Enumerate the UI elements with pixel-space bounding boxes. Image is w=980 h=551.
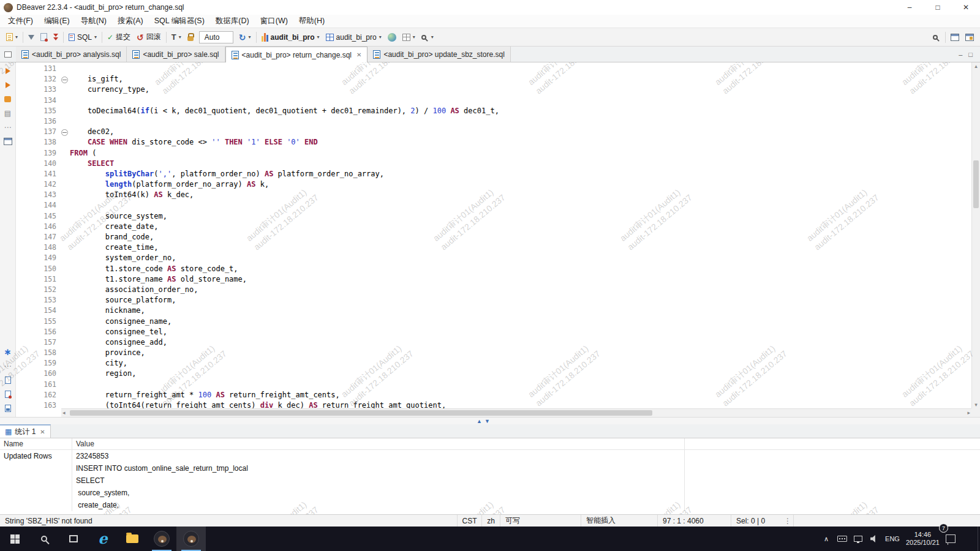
grid-view-button[interactable]: ▤ <box>2 108 14 118</box>
code-area[interactable]: 131132 is_gift,133 currency_type,134135 … <box>16 62 980 417</box>
commit-button[interactable]: ✓ 提交 <box>104 30 134 45</box>
dbeaver-taskbar-button-active[interactable] <box>176 527 206 551</box>
tab-close-icon[interactable]: ✕ <box>356 51 361 58</box>
caret-position[interactable]: 97 : 1 : 4060 <box>657 515 731 527</box>
open-perspective-button[interactable] <box>948 30 962 45</box>
tab-close-icon[interactable]: ✕ <box>40 429 45 435</box>
table-row[interactable]: source_system, <box>0 487 980 499</box>
export-button[interactable] <box>2 94 14 104</box>
quick-search-button[interactable] <box>930 30 943 45</box>
kebab-icon[interactable]: ⋮ <box>782 517 793 525</box>
column-header-value[interactable]: Value <box>72 438 685 449</box>
rollback-button[interactable]: ↺ 回滚 <box>134 30 164 45</box>
fold-marker[interactable] <box>60 127 70 137</box>
menu-item[interactable]: 数据库(D) <box>210 15 255 28</box>
vertical-scrollbar[interactable]: ▴ ▾ <box>971 62 980 408</box>
file-explorer-button[interactable] <box>118 527 147 551</box>
editor-tab[interactable]: <audit_bi_pro> analysis.sql <box>16 47 127 62</box>
new-sql-editor-button[interactable]: ▾ <box>3 30 21 45</box>
input-language-indicator[interactable]: ENG <box>885 527 900 551</box>
column-header-name[interactable]: Name <box>0 438 72 449</box>
more-actions-button[interactable]: ⋯ <box>2 122 14 132</box>
connection-selector[interactable]: audit_bi_pro ▾ <box>258 30 323 45</box>
action-center-button[interactable]: 7 <box>946 527 956 551</box>
maximize-view-icon[interactable]: □ <box>968 51 973 58</box>
restore-panel-icon[interactable]: ▲ <box>477 418 482 425</box>
more-button[interactable]: ⋯ <box>2 361 14 371</box>
menu-item[interactable]: 搜索(A) <box>112 15 149 28</box>
run-icon <box>6 68 10 74</box>
lock-button[interactable] <box>184 30 197 45</box>
document-save-button[interactable] <box>2 389 14 399</box>
minimize-panel-icon[interactable]: ▼ <box>484 418 490 425</box>
fold-marker <box>60 390 70 400</box>
maximize-button[interactable]: □ <box>924 0 952 15</box>
scroll-down-icon[interactable]: ▾ <box>972 402 980 408</box>
task-view-button[interactable] <box>59 527 88 551</box>
volume-button[interactable] <box>869 527 879 551</box>
start-button[interactable] <box>0 527 29 551</box>
scroll-left-icon[interactable]: ◂ <box>62 410 66 416</box>
menu-item[interactable]: 文件(F) <box>2 15 39 28</box>
table-row[interactable]: SELECT <box>0 474 980 487</box>
menu-item[interactable]: 帮助(H) <box>293 15 330 28</box>
stats-tab[interactable]: ▦ 统计 1 ✕ <box>0 424 51 438</box>
fold-marker <box>60 380 70 390</box>
dbeaver-taskbar-button[interactable] <box>147 527 176 551</box>
vertical-scroll-thumb[interactable] <box>973 160 979 208</box>
search-menu-button[interactable]: ▾ <box>418 30 437 45</box>
horizontal-scroll-thumb[interactable] <box>70 410 652 416</box>
output-panel-button[interactable] <box>2 137 14 146</box>
scroll-right-icon[interactable]: ▸ <box>967 410 970 416</box>
menu-item[interactable]: 窗口(W) <box>255 15 293 28</box>
transaction-mode-button[interactable]: T ▾ <box>168 30 184 45</box>
execute-statement-button[interactable] <box>25 30 37 45</box>
code-text: source_platform, <box>70 295 176 305</box>
fold-marker[interactable] <box>60 74 70 84</box>
run-script-button[interactable] <box>2 80 14 90</box>
database-selector[interactable]: audit_bi_pro ▾ <box>323 30 385 45</box>
editor-tab[interactable]: <audit_bi_pro> sale.sql <box>127 47 225 62</box>
export-icon <box>4 96 11 102</box>
panel-sash[interactable]: ▲ ▼ <box>0 417 980 424</box>
menu-item[interactable]: SQL 编辑器(S) <box>149 15 210 28</box>
horizontal-scrollbar[interactable]: ◂ ▸ <box>61 408 971 417</box>
action-center-icon <box>946 534 956 543</box>
taskbar-clock[interactable]: 14:46 2025/10/21 <box>906 531 940 547</box>
editor-tab[interactable]: <audit_bi_pro> return_change.sql✕ <box>225 47 368 62</box>
internet-explorer-button[interactable]: e <box>88 527 118 551</box>
minimize-button[interactable]: – <box>895 0 924 15</box>
menu-item[interactable]: 导航(N) <box>75 15 112 28</box>
table-row[interactable]: create_date, <box>0 499 980 511</box>
document-button[interactable] <box>2 375 14 385</box>
code-text: association_order_no, <box>70 285 198 295</box>
insert-mode-indicator[interactable]: 智能插入 <box>581 515 657 527</box>
network-button[interactable] <box>385 30 399 45</box>
minimize-view-icon[interactable]: – <box>959 51 962 58</box>
close-button[interactable]: ✕ <box>952 0 980 15</box>
editor-list-button[interactable] <box>0 47 16 62</box>
taskbar-search-button[interactable] <box>29 527 59 551</box>
touch-keyboard-button[interactable] <box>837 527 847 551</box>
code-text: t1.store_name AS old_store_name, <box>70 274 247 285</box>
table-row[interactable]: Updated Rows23245853 <box>0 450 980 462</box>
fetch-all-button[interactable] <box>50 30 61 45</box>
query-history-button[interactable]: ↻ ▾ <box>236 30 254 45</box>
document-copy-button[interactable] <box>2 403 14 413</box>
hidden-icons-button[interactable]: ∧ <box>821 527 831 551</box>
network-button[interactable] <box>853 527 863 551</box>
table-row[interactable]: INSERT INTO custom_online_sale_return_tm… <box>0 462 980 474</box>
sql-perspective-button[interactable] <box>962 30 977 45</box>
run-statement-button[interactable] <box>2 66 14 76</box>
menu-item[interactable]: 编辑(E) <box>39 15 75 28</box>
execute-script-button[interactable] <box>37 30 50 45</box>
show-desktop-button[interactable] <box>978 527 980 551</box>
code-line: 157 consignee_add, <box>16 337 980 348</box>
editor-tab[interactable]: <audit_bi_pro> update_sbz_store.sql <box>368 47 510 62</box>
line-number: 152 <box>16 285 60 295</box>
commit-mode-select[interactable]: Auto <box>199 31 233 43</box>
grid-options-button[interactable]: ▾ <box>399 30 418 45</box>
settings-button[interactable]: ∗ <box>2 347 14 357</box>
sql-menu-button[interactable]: SQL ▾ <box>66 30 100 45</box>
scroll-up-icon[interactable]: ▴ <box>972 63 980 69</box>
